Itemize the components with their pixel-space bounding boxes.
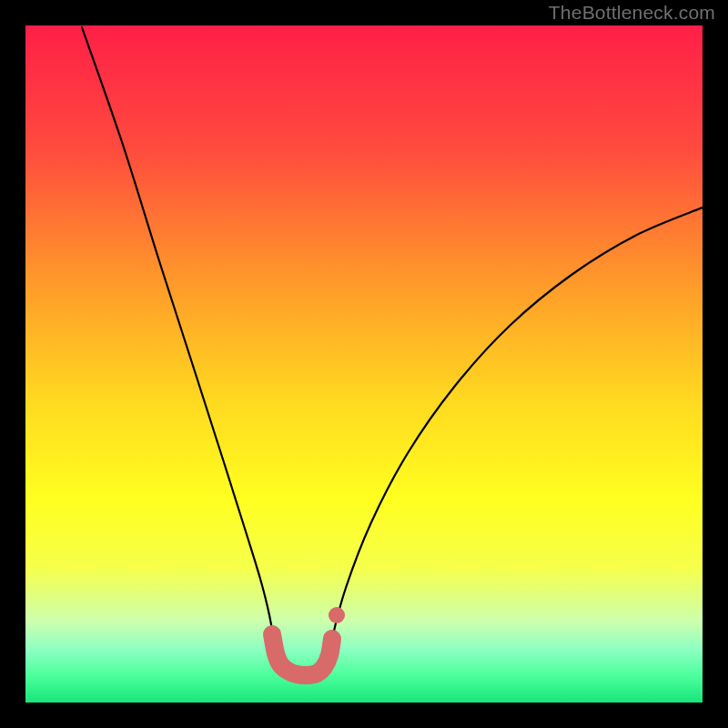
valley-end-dot	[329, 607, 345, 623]
plot-background	[25, 25, 703, 703]
watermark-text: TheBottleneck.com	[549, 2, 715, 24]
bottleneck-chart	[0, 0, 728, 728]
chart-stage: TheBottleneck.com	[0, 0, 728, 728]
